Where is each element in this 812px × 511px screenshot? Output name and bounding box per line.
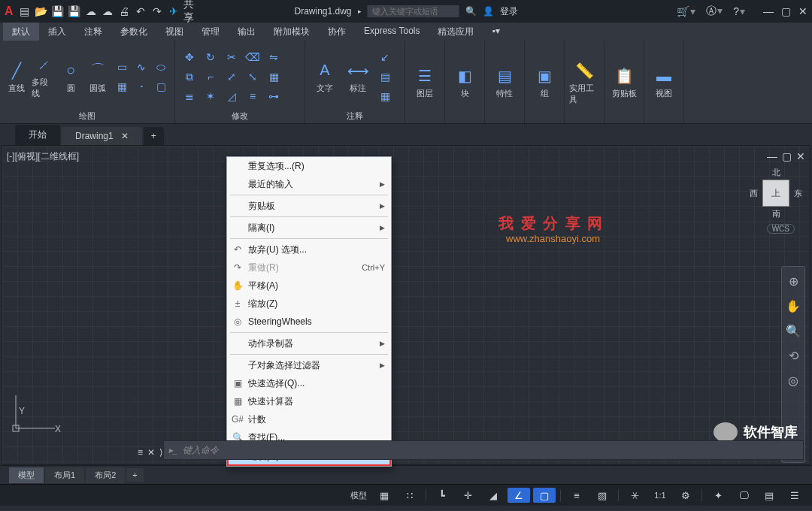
text-button[interactable]: A文字 [310,48,340,105]
mtext-icon[interactable]: ▦ [376,87,394,105]
trim-icon[interactable]: ✂ [222,48,241,66]
ctx-subobject-filter[interactable]: 子对象选择过滤器 [227,356,391,374]
ctx-pan[interactable]: ✋平移(A) [227,277,391,295]
layout-add[interactable]: + [126,468,143,482]
chevron-down-icon[interactable]: ▸ [358,8,362,15]
wcs-label[interactable]: WCS [767,224,795,234]
block-button[interactable]: ◧块 [450,54,480,111]
iso-icon[interactable]: ◢ [482,488,504,503]
viewport-label[interactable]: [-][俯视][二维线框] [7,150,79,163]
ortho-icon[interactable]: ┗ [431,488,453,503]
scale-icon[interactable]: ⤡ [243,68,262,86]
transparency-icon[interactable]: ▧ [591,488,614,503]
ctx-quick-select[interactable]: ▣快速选择(Q)... [227,374,391,392]
polyline-button[interactable]: ⟋多段线 [32,48,56,105]
cart-icon[interactable]: 🛒▾ [677,5,695,17]
line-button[interactable]: ╱直线 [5,48,29,105]
tab-manage[interactable]: 管理 [192,23,229,41]
web-open-icon[interactable]: ☁ [84,5,98,18]
ctx-repeat[interactable]: 重复选项...(R) [227,157,391,175]
group-button[interactable]: ▣组 [529,54,559,111]
open-icon[interactable]: 📂 [35,5,48,18]
chamfer-icon[interactable]: ◿ [222,87,241,105]
explode-icon[interactable]: ✶ [201,87,220,105]
save-icon[interactable]: 💾 [51,5,65,18]
share-label[interactable]: 共享 [183,5,197,18]
customize-icon[interactable]: ☰ [783,488,806,503]
join-icon[interactable]: ⊶ [264,87,283,105]
array-icon[interactable]: ▦ [264,68,283,86]
mirror-icon[interactable]: ⇋ [264,48,283,66]
arc-button[interactable]: ⌒圆弧 [86,48,110,105]
drawing-canvas[interactable]: [-][俯视][二维线框] — ▢ ✕ 北 南 东 西 上 WCS ⊕ ✋ 🔍 … [2,145,810,465]
tab-start[interactable]: 开始 [15,125,60,145]
tab-annotate[interactable]: 注释 [75,23,111,41]
redo-icon[interactable]: ↷ [150,5,164,18]
ctx-action-recorder[interactable]: 动作录制器 [227,334,391,352]
layer-button[interactable]: ☰图层 [410,54,440,111]
copy-icon[interactable]: ⧉ [180,68,199,86]
help-icon[interactable]: ?▾ [733,5,745,17]
search-icon[interactable]: 🔍 [465,6,477,17]
ctx-count[interactable]: G#计数 [227,410,391,428]
monitor-icon[interactable]: 🖵 [732,488,755,503]
a360-icon[interactable]: Ⓐ▾ [706,5,723,18]
nav-zoom-icon[interactable]: 🔍 [786,324,801,338]
nav-pan-icon[interactable]: ✋ [786,299,801,313]
point-icon[interactable]: ･ [132,77,150,95]
ctx-recent-input[interactable]: 最近的输入 [227,175,391,193]
ellipse-icon[interactable]: ⬭ [152,58,170,76]
dimension-button[interactable]: ⟷标注 [343,48,373,105]
tab-default[interactable]: 默认 [3,23,39,41]
view-cube[interactable]: 北 南 东 西 上 [750,167,802,219]
stretch-icon[interactable]: ⤢ [222,68,241,86]
vp-min-icon[interactable]: — [767,150,777,162]
view-button[interactable]: ▬视图 [649,54,679,111]
cmd-history-icon[interactable]: ≡ [138,447,143,458]
new-icon[interactable]: ▤ [18,5,32,18]
web-save-icon[interactable]: ☁ [101,5,114,18]
nav-full-icon[interactable]: ⊕ [789,274,798,289]
snap-icon[interactable]: ∷ [398,488,421,503]
vp-max-icon[interactable]: ▢ [782,150,792,162]
table-icon[interactable]: ▤ [376,68,394,86]
utilities-button[interactable]: 📏实用工具 [569,54,599,111]
viewcube-top[interactable]: 上 [762,180,789,207]
workspace-icon[interactable]: ✦ [707,488,729,503]
close-icon[interactable]: ✕ [798,5,807,17]
layout-1[interactable]: 布局1 [45,467,84,483]
gear-icon[interactable]: ⚙ [674,488,697,503]
share-icon[interactable]: ✈ [167,5,180,18]
tab-output[interactable]: 输出 [229,23,265,41]
viewcube-north[interactable]: 北 [772,167,780,178]
viewcube-west[interactable]: 西 [750,188,758,199]
align-icon[interactable]: ≡ [243,87,262,105]
tab-view[interactable]: 视图 [156,23,192,41]
tab-express[interactable]: Express Tools [355,23,429,41]
layout-2[interactable]: 布局2 [86,467,125,483]
scale-label[interactable]: 1:1 [649,488,671,503]
tab-insert[interactable]: 插入 [39,23,75,41]
tab-drawing1[interactable]: Drawing1✕ [62,127,142,145]
ctx-clipboard[interactable]: 剪贴板 [227,197,391,215]
erase-icon[interactable]: ⌫ [243,48,262,66]
status-model[interactable]: 模型 [347,488,370,503]
nav-orbit-icon[interactable]: ⟲ [789,349,798,363]
rotate-icon[interactable]: ↻ [201,48,220,66]
leader-icon[interactable]: ↙ [376,48,394,66]
search-input[interactable] [368,5,459,17]
login-label[interactable]: 登录 [500,5,518,18]
ctx-steeringwheels[interactable]: ◎SteeringWheels [227,313,391,331]
cmd-close-icon[interactable]: ✕ [147,447,155,458]
hatch-icon[interactable]: ▦ [113,77,131,95]
rect-icon[interactable]: ▭ [113,58,131,76]
tab-addins[interactable]: 附加模块 [265,23,319,41]
osnap-icon[interactable]: ∠ [508,488,530,503]
maximize-icon[interactable]: ▢ [781,5,791,17]
minimize-icon[interactable]: — [763,5,774,17]
plot-icon[interactable]: 🖨 [117,5,131,18]
circle-button[interactable]: ○圆 [59,48,83,105]
ctx-quickcalc[interactable]: ▦快速计算器 [227,392,391,410]
clipboard-button[interactable]: 📋剪贴板 [609,54,639,111]
polar-icon[interactable]: ✛ [456,488,479,503]
